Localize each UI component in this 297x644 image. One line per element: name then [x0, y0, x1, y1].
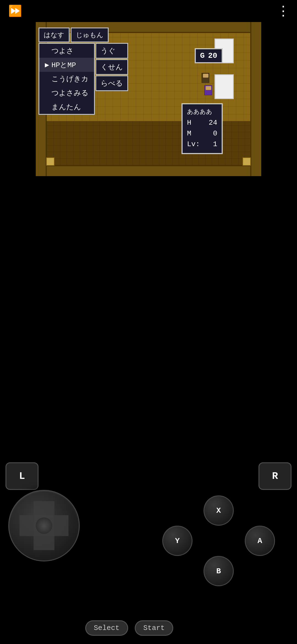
npc-character: [202, 73, 210, 84]
gold-label: G: [200, 51, 205, 60]
menu-arrow-kougekika: [45, 75, 49, 83]
menu-item-hptomp[interactable]: ▶ HPとMP: [39, 58, 94, 72]
gold-display: G 20: [195, 48, 223, 63]
lv-value: 1: [213, 139, 217, 150]
menu-item-kusen[interactable]: くせん: [95, 59, 128, 75]
bed-2: [215, 74, 234, 99]
a-button[interactable]: A: [245, 526, 275, 556]
status-box: ああああ H 24 M 0 Lv: 1: [182, 103, 223, 154]
r-button[interactable]: R: [258, 462, 292, 490]
menu-arrow-tsuyosa: [45, 47, 49, 55]
menu-top-row: はなす じゅもん: [38, 28, 128, 42]
menu-item-tsuyosa[interactable]: つよさ: [39, 44, 94, 58]
menu-arrow-hptomp: ▶: [45, 61, 49, 69]
lv-row: Lv: 1: [187, 139, 217, 150]
more-options-icon: ⋮: [277, 4, 289, 19]
menu-item-ugu[interactable]: うぐ: [95, 43, 128, 59]
character-name: ああああ: [187, 108, 217, 116]
hp-value: 24: [209, 118, 217, 128]
dpad[interactable]: [8, 490, 80, 561]
menu-item-raberu[interactable]: らべる: [95, 75, 128, 91]
menu-right-items: うぐ くせん らべる: [95, 43, 128, 115]
corner-deco-br: [243, 157, 251, 166]
lv-label: Lv:: [187, 139, 200, 150]
fast-forward-icon: ⏩: [8, 4, 22, 18]
select-button[interactable]: Select: [85, 620, 128, 636]
game-menu: はなす じゅもん つよさ ▶ HPとMP こうげきカ つよさみる: [38, 28, 128, 115]
hp-label: H: [187, 118, 191, 128]
corner-deco-bl: [46, 157, 54, 166]
menu-arrow-mantan: [45, 103, 49, 111]
mp-label: M: [187, 128, 191, 139]
x-button[interactable]: X: [204, 495, 234, 526]
wall-right: [250, 22, 261, 176]
menu-arrow-tsuyosamiru: [45, 89, 49, 97]
controls-area: L R X Y A B Select Start: [0, 369, 297, 644]
top-bar: ⏩ ⋮: [0, 0, 297, 22]
start-button[interactable]: Start: [135, 620, 173, 636]
menu-item-jumon[interactable]: じゅもん: [71, 28, 109, 42]
mp-row: M 0: [187, 128, 217, 139]
dpad-center: [36, 517, 52, 534]
main-menu-list: つよさ ▶ HPとMP こうげきカ つよさみる まんたん: [38, 43, 95, 115]
menu-item-tsuyosamiru[interactable]: つよさみる: [39, 86, 94, 100]
mp-value: 0: [213, 128, 217, 139]
y-button[interactable]: Y: [162, 526, 193, 556]
menu-item-kougekika[interactable]: こうげきカ: [39, 72, 94, 86]
menu-body: つよさ ▶ HPとMP こうげきカ つよさみる まんたん うぐ: [38, 43, 128, 115]
hp-row: H 24: [187, 118, 217, 128]
b-button[interactable]: B: [204, 556, 234, 586]
l-button[interactable]: L: [6, 462, 38, 490]
menu-item-hanasu[interactable]: はなす: [38, 28, 70, 42]
menu-button[interactable]: ⋮: [277, 3, 289, 19]
player-character: [204, 85, 213, 96]
gold-value: 20: [208, 51, 217, 60]
menu-item-mantan[interactable]: まんたん: [39, 100, 94, 114]
fast-forward-button[interactable]: ⏩: [8, 4, 22, 18]
wall-bottom: [36, 165, 261, 176]
